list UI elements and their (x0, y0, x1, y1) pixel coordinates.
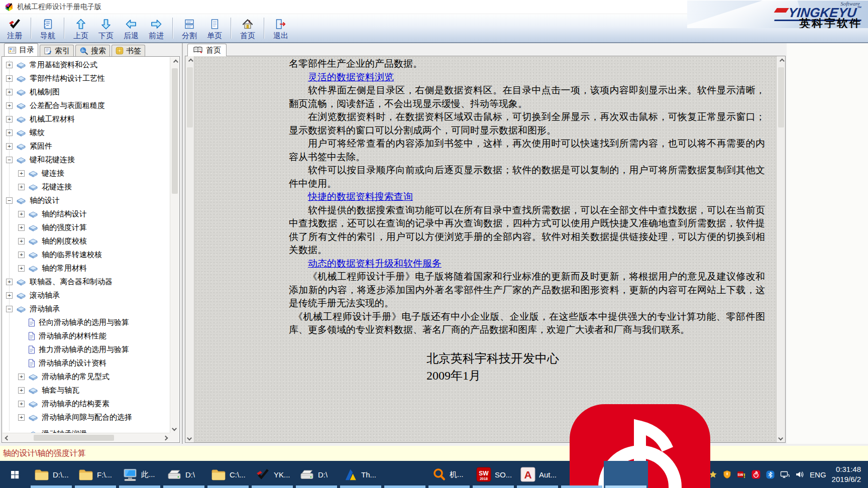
expand-plus-icon[interactable]: + (18, 252, 25, 258)
tree-item[interactable]: + 轴的常用材料 (3, 262, 170, 275)
scroll-up-button[interactable] (777, 56, 786, 65)
expand-plus-icon[interactable]: + (6, 89, 13, 95)
tree-item[interactable]: 滑动轴承的设计资料 (3, 356, 170, 370)
tree-item-label[interactable]: 滑动轴承的设计资料 (39, 358, 106, 368)
taskbar-item-12[interactable]: AAut... (515, 461, 560, 488)
tree-item-label[interactable]: 联轴器、离合器和制动器 (30, 277, 113, 287)
collapse-minus-icon[interactable]: − (6, 306, 13, 312)
toolbar-button-split[interactable]: 分割 (177, 14, 202, 42)
taskbar-item-10[interactable]: 机... (427, 461, 471, 488)
tree-item[interactable]: + 紧固件 (3, 140, 170, 153)
tree-item[interactable]: + 常用基础资料和公式 (3, 58, 170, 72)
scrollbar-thumb[interactable] (778, 67, 784, 128)
tree-item-label[interactable]: 轴的结构设计 (42, 209, 87, 219)
scroll-down-button[interactable] (185, 433, 194, 442)
tree-item[interactable]: + 联轴器、离合器和制动器 (3, 275, 170, 289)
tree-item[interactable]: + 轴的结构设计 (3, 207, 170, 221)
taskbar-clock[interactable]: 0:31:48 2019/6/2 (832, 464, 861, 484)
toolbar-button-forward[interactable]: 前进 (144, 14, 169, 42)
tree-item[interactable]: − 轴的设计 (3, 194, 170, 207)
tree-item[interactable]: + 机械制图 (3, 85, 170, 99)
tree-item-label[interactable]: 紧固件 (30, 142, 52, 151)
expand-plus-icon[interactable]: + (6, 102, 13, 109)
sidebar-tab-bookmark[interactable]: 书签 (112, 45, 145, 56)
toolbar-button-prev-page[interactable]: 上页 (68, 14, 93, 42)
start-button[interactable] (0, 461, 29, 488)
toolbar-button-navigate[interactable]: 导航 (35, 14, 60, 42)
tree-item-label[interactable]: 公差配合与表面粗糙度 (30, 101, 105, 110)
tree-item-label[interactable]: 滑动轴承的材料性能 (39, 331, 106, 341)
expand-plus-icon[interactable]: + (6, 143, 13, 150)
tree-item-label[interactable]: 机械制图 (30, 87, 60, 97)
toolbar-button-back[interactable]: 后退 (119, 14, 144, 42)
expand-plus-icon[interactable]: + (18, 414, 25, 421)
tree-item-label[interactable]: 滑动轴承的常见型式 (42, 372, 110, 382)
document-heading-link[interactable]: 快捷的数据资料搜索查询 (289, 190, 765, 204)
taskbar-item-13[interactable]: To... (560, 461, 604, 488)
tree-item[interactable]: + 花键连接 (3, 180, 170, 194)
taskbar-item-11[interactable]: SW 2018SO... (471, 461, 515, 488)
scroll-up-button[interactable] (185, 56, 194, 65)
tree-item-label[interactable]: 推力滑动轴承的选用与验算 (39, 345, 129, 354)
expand-plus-icon[interactable]: + (18, 401, 25, 407)
tree-item[interactable]: + 滚动轴承 (3, 289, 170, 302)
tree-item-label[interactable]: 轴的设计 (30, 196, 60, 205)
expand-plus-icon[interactable]: + (18, 387, 25, 394)
tree-item-label[interactable]: 轴套与轴瓦 (42, 386, 79, 395)
expand-plus-icon[interactable]: + (6, 279, 13, 285)
tree-item[interactable]: + 轴的强度计算 (3, 221, 170, 234)
collapse-minus-icon[interactable]: − (6, 197, 13, 204)
content-right-scrollbar[interactable] (776, 56, 785, 442)
tree-item-label[interactable]: 轴的临界转速校核 (42, 250, 102, 260)
toolbar-button-home[interactable]: 首页 (235, 14, 260, 42)
taskbar-item-9[interactable]: 【... (383, 461, 427, 488)
tree-item-label[interactable]: 径向滑动轴承的选用与验算 (39, 318, 129, 327)
taskbar-item-3[interactable]: 此... (118, 461, 162, 488)
tree-item[interactable]: 径向滑动轴承的选用与验算 (3, 316, 170, 329)
tree-item-label[interactable]: 滚动轴承 (30, 291, 60, 300)
tree-item-label[interactable]: 滑动轴承润滑 (42, 429, 87, 433)
scrollbar-thumb[interactable] (187, 67, 193, 128)
tree-item-label[interactable]: 滑动轴承间隙与配合的选择 (42, 413, 132, 422)
tree-vertical-scrollbar[interactable] (170, 57, 179, 433)
scroll-right-button[interactable] (161, 433, 170, 442)
expand-plus-icon[interactable]: + (6, 130, 13, 136)
scrollbar-thumb[interactable] (34, 435, 114, 441)
document-heading-link[interactable]: 动态的数据资料升级和软件服务 (289, 257, 765, 271)
scroll-down-button[interactable] (170, 424, 179, 433)
toolbar-button-register[interactable]: 注册 (2, 14, 27, 42)
tree-item[interactable]: + 机械工程材料 (3, 112, 170, 126)
tab-home[interactable]: 首页 (187, 44, 227, 56)
language-indicator[interactable]: ENG (810, 470, 826, 479)
tree-item[interactable]: 推力滑动轴承的选用与验算 (3, 343, 170, 356)
expand-plus-icon[interactable]: + (6, 116, 13, 123)
sidebar-tab-index[interactable]: 索引 (40, 45, 74, 56)
tree-item[interactable]: + 滑动轴承间隙与配合的选择 (3, 411, 170, 424)
tree-item[interactable]: − 滑动轴承 (3, 302, 170, 316)
tree-item-label[interactable]: 滑动轴承 (30, 304, 60, 314)
sidebar-tab-toc[interactable]: 目录 (4, 43, 38, 56)
tree-item[interactable]: + 轴的临界转速校核 (3, 248, 170, 262)
tree-item[interactable]: 滑动轴承润滑 (3, 427, 170, 433)
tree-item[interactable]: + 滑动轴承的常见型式 (3, 370, 170, 384)
scroll-left-button[interactable] (3, 433, 12, 442)
tree-item-label[interactable]: 键和花键连接 (30, 155, 75, 165)
tree-item-label[interactable]: 轴的强度计算 (42, 223, 87, 232)
tree-item-label[interactable]: 滑动轴承的结构要素 (42, 399, 110, 409)
tree-item-label[interactable]: 常用基础资料和公式 (30, 60, 97, 70)
expand-plus-icon[interactable]: + (18, 224, 25, 231)
sidebar-tab-search[interactable]: ab 搜索 (75, 45, 110, 56)
expand-plus-icon[interactable]: + (18, 238, 25, 245)
volume-icon[interactable] (795, 470, 804, 478)
tree-horizontal-scrollbar[interactable] (3, 433, 170, 442)
tree-item[interactable]: − 键和花键连接 (3, 153, 170, 167)
expand-plus-icon[interactable]: + (18, 374, 25, 380)
taskbar-item-8[interactable]: Th... (339, 461, 383, 488)
scroll-up-button[interactable] (170, 57, 179, 66)
taskbar-item-2[interactable]: F:\... (73, 461, 118, 488)
tree-item-label[interactable]: 键连接 (42, 169, 64, 178)
tree-item-label[interactable]: 螺纹 (30, 128, 45, 138)
expand-plus-icon[interactable]: + (6, 75, 13, 82)
toolbar-button-exit[interactable]: 退出 (268, 14, 293, 42)
tree-item-label[interactable]: 零部件结构设计工艺性 (30, 74, 105, 83)
